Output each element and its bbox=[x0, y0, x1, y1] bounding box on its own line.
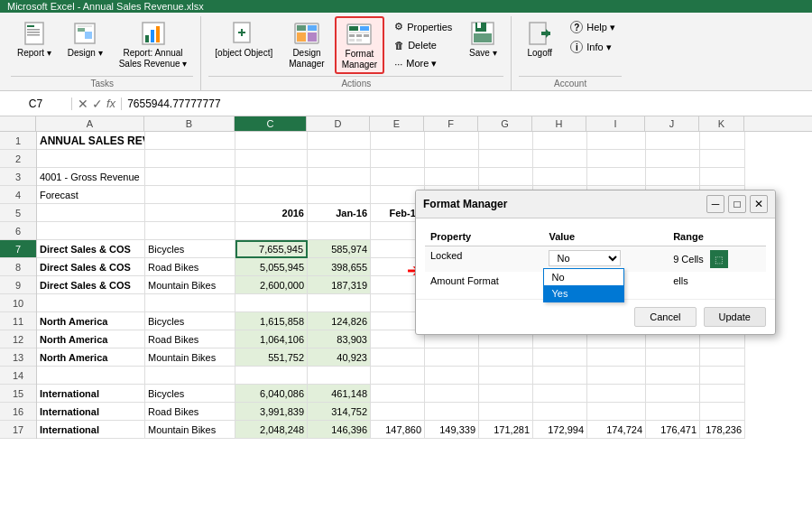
minimize-button[interactable]: ─ bbox=[706, 195, 724, 213]
cell-k13[interactable] bbox=[700, 348, 745, 367]
cell-d9[interactable]: 187,319 bbox=[308, 276, 371, 294]
cell-f16[interactable] bbox=[425, 403, 479, 421]
cell-b10[interactable] bbox=[145, 294, 235, 312]
cell-j16[interactable] bbox=[646, 403, 700, 421]
cell-e15[interactable] bbox=[371, 385, 425, 403]
cell-b7[interactable]: Bicycles bbox=[145, 240, 235, 258]
cell-c14[interactable] bbox=[235, 367, 308, 385]
locked-dropdown[interactable]: No Yes bbox=[549, 250, 621, 266]
row-num-15[interactable]: 15 bbox=[0, 385, 36, 403]
cell-b6[interactable] bbox=[145, 222, 235, 240]
delete-button[interactable]: 🗑 Delete bbox=[388, 37, 458, 53]
cell-b5[interactable] bbox=[145, 204, 235, 222]
row-num-17[interactable]: 17 bbox=[0, 421, 36, 439]
row-num-10[interactable]: 10 bbox=[0, 294, 36, 312]
cell-d5[interactable]: Jan-16 bbox=[308, 204, 371, 222]
cell-c10[interactable] bbox=[235, 294, 308, 312]
cell-e14[interactable] bbox=[371, 367, 425, 385]
cell-g16[interactable] bbox=[479, 403, 533, 421]
more-button[interactable]: ··· More ▾ bbox=[388, 55, 458, 72]
cell-i2[interactable] bbox=[587, 150, 646, 168]
cell-i13[interactable] bbox=[587, 348, 646, 367]
row-num-9[interactable]: 9 bbox=[0, 276, 36, 294]
col-header-h[interactable]: H bbox=[532, 116, 586, 131]
cell-e1[interactable] bbox=[371, 132, 425, 150]
col-header-d[interactable]: D bbox=[307, 116, 370, 131]
maximize-button[interactable]: □ bbox=[728, 195, 746, 213]
cell-a2[interactable] bbox=[37, 150, 145, 168]
cell-b1[interactable] bbox=[145, 132, 235, 150]
col-header-f[interactable]: F bbox=[424, 116, 478, 131]
col-header-i[interactable]: I bbox=[586, 116, 645, 131]
cell-k15[interactable] bbox=[700, 385, 745, 403]
cell-c13[interactable]: 551,752 bbox=[235, 348, 308, 367]
cell-a3[interactable]: 4001 - Gross Revenue bbox=[37, 168, 145, 186]
cell-i15[interactable] bbox=[587, 385, 646, 403]
cell-g15[interactable] bbox=[479, 385, 533, 403]
cell-d14[interactable] bbox=[308, 367, 371, 385]
cell-h15[interactable] bbox=[533, 385, 587, 403]
col-header-e[interactable]: E bbox=[370, 116, 424, 131]
dropdown-option-yes[interactable]: Yes bbox=[544, 285, 623, 302]
cell-b15[interactable]: Bicycles bbox=[145, 385, 235, 403]
cell-d3[interactable] bbox=[308, 168, 371, 186]
cell-c8[interactable]: 5,055,945 bbox=[235, 258, 308, 276]
cell-f17[interactable]: 149,339 bbox=[425, 421, 479, 439]
cell-h14[interactable] bbox=[533, 367, 587, 385]
row-num-3[interactable]: 3 bbox=[0, 168, 36, 186]
cell-reference[interactable]: C7 bbox=[0, 98, 72, 110]
cell-k2[interactable] bbox=[700, 150, 745, 168]
cell-i16[interactable] bbox=[587, 403, 646, 421]
cell-e2[interactable] bbox=[371, 150, 425, 168]
cell-b9[interactable]: Mountain Bikes bbox=[145, 276, 235, 294]
cell-d10[interactable] bbox=[308, 294, 371, 312]
cell-i17[interactable]: 174,724 bbox=[587, 421, 646, 439]
cell-c11[interactable]: 1,615,858 bbox=[235, 312, 308, 330]
cell-h17[interactable]: 172,994 bbox=[533, 421, 587, 439]
cell-h2[interactable] bbox=[533, 150, 587, 168]
cell-b3[interactable] bbox=[145, 168, 235, 186]
design-button[interactable]: Design ▾ bbox=[61, 16, 109, 61]
cell-i1[interactable] bbox=[587, 132, 646, 150]
cell-j1[interactable] bbox=[646, 132, 700, 150]
cell-a7[interactable]: Direct Sales & COS bbox=[37, 240, 145, 258]
cell-j14[interactable] bbox=[646, 367, 700, 385]
cell-h3[interactable] bbox=[533, 168, 587, 186]
cell-k17[interactable]: 178,236 bbox=[700, 421, 745, 439]
cell-g1[interactable] bbox=[479, 132, 533, 150]
cell-f1[interactable] bbox=[425, 132, 479, 150]
cell-i14[interactable] bbox=[587, 367, 646, 385]
col-header-c[interactable]: C bbox=[235, 116, 307, 131]
cell-a13[interactable]: North America bbox=[37, 348, 145, 367]
logoff-button[interactable]: Logoff bbox=[519, 16, 560, 61]
cell-a8[interactable]: Direct Sales & COS bbox=[37, 258, 145, 276]
cell-a14[interactable] bbox=[37, 367, 145, 385]
new-report-button[interactable]: [object Object] bbox=[208, 16, 279, 61]
cancel-formula-icon[interactable]: ✕ bbox=[78, 97, 88, 111]
col-header-k[interactable]: K bbox=[699, 116, 744, 131]
cell-h13[interactable] bbox=[533, 348, 587, 367]
row-num-6[interactable]: 6 bbox=[0, 222, 36, 240]
formula-input[interactable]: 7655944.77777777 bbox=[121, 98, 812, 110]
cell-i3[interactable] bbox=[587, 168, 646, 186]
design-manager-button[interactable]: DesignManager bbox=[282, 16, 330, 72]
cell-c16[interactable]: 3,991,839 bbox=[235, 403, 308, 421]
help-button[interactable]: ? Help ▾ bbox=[564, 18, 622, 36]
cell-g3[interactable] bbox=[479, 168, 533, 186]
cell-c3[interactable] bbox=[235, 168, 308, 186]
row-num-12[interactable]: 12 bbox=[0, 330, 36, 348]
cell-c17[interactable]: 2,048,248 bbox=[235, 421, 308, 439]
cell-c6[interactable] bbox=[235, 222, 308, 240]
col-header-a[interactable]: A bbox=[36, 116, 144, 131]
cell-c9[interactable]: 2,600,000 bbox=[235, 276, 308, 294]
cell-b14[interactable] bbox=[145, 367, 235, 385]
cell-e17[interactable]: 147,860 bbox=[371, 421, 425, 439]
cell-h16[interactable] bbox=[533, 403, 587, 421]
cell-b11[interactable]: Bicycles bbox=[145, 312, 235, 330]
insert-function-icon[interactable]: fx bbox=[106, 97, 115, 110]
cell-c1[interactable] bbox=[235, 132, 308, 150]
cell-c5[interactable]: 2016 bbox=[235, 204, 308, 222]
cell-d17[interactable]: 146,396 bbox=[308, 421, 371, 439]
close-button[interactable]: ✕ bbox=[750, 195, 768, 213]
cell-k14[interactable] bbox=[700, 367, 745, 385]
